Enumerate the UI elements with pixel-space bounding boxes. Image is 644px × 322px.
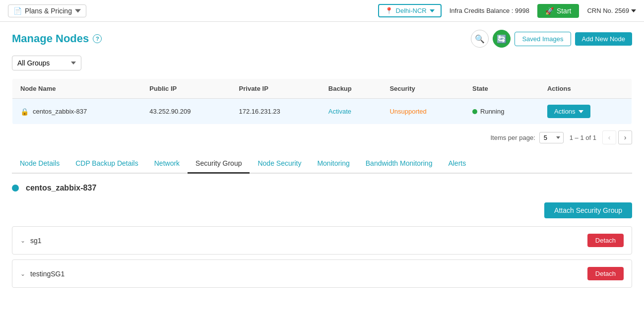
security-cell: Unsupported <box>382 99 464 125</box>
tab-monitoring[interactable]: Monitoring <box>309 154 357 174</box>
col-public-ip: Public IP <box>141 79 231 99</box>
rocket-icon: 🚀 <box>545 7 554 15</box>
main-content: Manage Nodes ? 🔍 🔄 Saved Images Add New … <box>0 22 644 322</box>
node-status-dot <box>12 185 19 192</box>
per-page-select[interactable]: 5 10 25 <box>539 132 564 143</box>
sg-list: ⌄ sg1 Detach ⌄ testingSG1 Detach <box>12 226 632 288</box>
page-title-container: Manage Nodes ? <box>12 32 102 45</box>
sg-item-left: ⌄ testingSG1 <box>20 270 64 278</box>
actions-cell: Actions <box>539 99 632 125</box>
chevron-down-icon[interactable]: ⌄ <box>20 270 25 277</box>
chevron-down-icon[interactable]: ⌄ <box>20 237 25 244</box>
page-title: Manage Nodes <box>12 32 89 45</box>
private-ip: 172.16.231.23 <box>231 99 321 125</box>
col-state: State <box>464 79 539 99</box>
group-select[interactable]: All Groups Group 1 Group 2 <box>12 56 81 70</box>
tab-cdp-backup-details[interactable]: CDP Backup Details <box>67 154 146 174</box>
col-security: Security <box>382 79 464 99</box>
tab-node-security[interactable]: Node Security <box>250 154 309 174</box>
tab-network[interactable]: Network <box>146 154 188 174</box>
tab-bandwidth-monitoring[interactable]: Bandwidth Monitoring <box>358 154 441 174</box>
crn-selector[interactable]: CRN No. 2569 <box>587 7 636 14</box>
pagination-row: Items per page: 5 10 25 1 – 1 of 1 ‹ › <box>12 130 632 144</box>
chevron-down-icon <box>75 8 81 14</box>
detach-testingsg1-button[interactable]: Detach <box>587 267 624 280</box>
refresh-button[interactable]: 🔄 <box>493 30 511 48</box>
status-dot <box>472 109 477 114</box>
chevron-down-icon <box>430 9 435 12</box>
actions-button[interactable]: Actions <box>547 105 590 118</box>
security-group-section: centos_zabbix-837 Attach Security Group … <box>12 184 632 288</box>
saved-images-button[interactable]: Saved Images <box>515 32 571 46</box>
page-header: Manage Nodes ? 🔍 🔄 Saved Images Add New … <box>12 30 632 48</box>
col-actions: Actions <box>539 79 632 99</box>
next-page-button[interactable]: › <box>618 130 632 144</box>
detach-sg1-button[interactable]: Detach <box>587 234 624 247</box>
page-range: 1 – 1 of 1 <box>570 134 596 141</box>
col-node-name: Node Name <box>12 79 142 99</box>
security-status: Unsupported <box>389 108 426 115</box>
sg-name: sg1 <box>30 237 42 245</box>
tab-node-details[interactable]: Node Details <box>12 154 67 174</box>
node-name-cell: 🔒 centos_zabbix-837 <box>12 99 142 125</box>
start-button[interactable]: 🚀 Start <box>537 4 580 18</box>
col-private-ip: Private IP <box>231 79 321 99</box>
sg-item-testingsg1: ⌄ testingSG1 Detach <box>12 259 632 288</box>
start-label: Start <box>557 7 572 15</box>
tab-security-group[interactable]: Security Group <box>188 154 250 174</box>
node-name: centos_zabbix-837 <box>33 108 87 115</box>
attach-row: Attach Security Group <box>12 202 632 218</box>
table-row[interactable]: 🔒 centos_zabbix-837 43.252.90.209 172.16… <box>12 99 632 125</box>
section-node-name: centos_zabbix-837 <box>26 184 96 193</box>
lock-icon: 🔒 <box>20 108 29 116</box>
location-selector[interactable]: 📍 Delhi-NCR <box>378 4 442 17</box>
sg-item-sg1: ⌄ sg1 Detach <box>12 226 632 255</box>
col-backup: Backup <box>321 79 382 99</box>
sg-name: testingSG1 <box>30 270 64 278</box>
search-button[interactable]: 🔍 <box>471 30 489 48</box>
backup-activate-link[interactable]: Activate <box>328 108 351 115</box>
chevron-down-icon <box>579 110 583 113</box>
node-section-header: centos_zabbix-837 <box>12 184 632 193</box>
items-per-page-label: Items per page: <box>490 134 535 141</box>
top-nav: 📄 Plans & Pricing 📍 Delhi-NCR Infra Cred… <box>0 0 644 22</box>
backup-cell[interactable]: Activate <box>321 99 382 125</box>
crn-label: CRN No. 2569 <box>587 7 629 14</box>
state-label: Running <box>480 108 504 115</box>
header-actions: 🔍 🔄 Saved Images Add New Node <box>471 30 632 48</box>
plans-pricing-menu[interactable]: 📄 Plans & Pricing <box>8 4 86 17</box>
sg-item-left: ⌄ sg1 <box>20 237 42 245</box>
nodes-table: Node Name Public IP Private IP Backup Se… <box>12 78 632 125</box>
tabs-row: Node Details CDP Backup Details Network … <box>12 154 632 174</box>
credits-balance: Infra Credits Balance : 9998 <box>450 7 529 14</box>
page-nav: ‹ › <box>602 130 632 144</box>
items-per-page: Items per page: 5 10 25 <box>490 132 563 143</box>
public-ip: 43.252.90.209 <box>141 99 231 125</box>
location-label: Delhi-NCR <box>396 7 427 14</box>
attach-security-group-button[interactable]: Attach Security Group <box>544 202 632 218</box>
chevron-down-icon <box>631 9 636 12</box>
actions-label: Actions <box>554 108 576 115</box>
nav-center: 📍 Delhi-NCR Infra Credits Balance : 9998… <box>378 4 636 18</box>
plans-pricing-label: Plans & Pricing <box>25 7 72 15</box>
add-new-node-button[interactable]: Add New Node <box>575 32 632 46</box>
state-cell: Running <box>464 99 539 125</box>
help-icon[interactable]: ? <box>93 34 102 43</box>
table-header: Node Name Public IP Private IP Backup Se… <box>12 79 632 99</box>
location-pin-icon: 📍 <box>385 7 393 14</box>
table-body: 🔒 centos_zabbix-837 43.252.90.209 172.16… <box>12 99 632 125</box>
tab-alerts[interactable]: Alerts <box>440 154 474 174</box>
prev-page-button[interactable]: ‹ <box>602 130 616 144</box>
document-icon: 📄 <box>13 7 22 15</box>
filter-row: All Groups Group 1 Group 2 <box>12 56 632 70</box>
